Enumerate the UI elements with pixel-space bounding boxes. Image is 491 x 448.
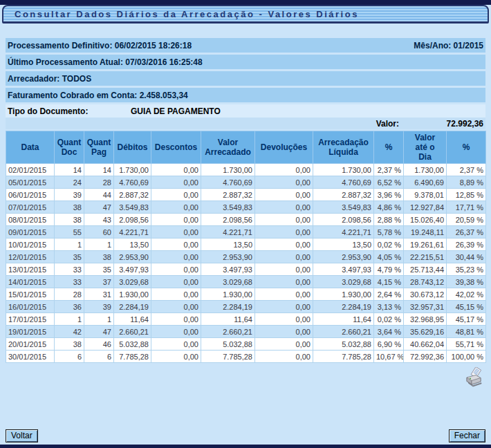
table-cell: 33 — [55, 263, 84, 276]
table-cell: 0,00 — [151, 288, 201, 301]
arrecadador-text: Arrecadador: TODOS — [8, 74, 91, 84]
table-cell: 3.029,68 — [114, 276, 151, 288]
table-cell: 20,59 % — [447, 214, 486, 226]
table-cell: 0,00 — [151, 301, 201, 313]
table-cell: 26,37 % — [447, 226, 486, 239]
table-cell: 37 — [84, 276, 114, 288]
table-cell: 43 — [84, 214, 114, 226]
printer-icon[interactable] — [462, 367, 484, 389]
table-cell: 0,00 — [151, 338, 201, 351]
table-cell: 1 — [55, 239, 84, 251]
table-cell: 5,78 % — [374, 226, 404, 239]
table-cell: 45,17 % — [447, 313, 486, 326]
table-cell: 13,50 — [201, 239, 255, 251]
table-cell: 12.927,84 — [404, 201, 447, 214]
table-cell: 4,86 % — [374, 201, 404, 214]
table-cell: 3.029,68 — [313, 276, 374, 288]
table-row: 14/01/201533373.029,680,003.029,680,003.… — [6, 276, 486, 288]
table-cell: 2.284,19 — [201, 301, 255, 313]
table-cell: 55 — [55, 226, 84, 239]
table-cell: 14 — [84, 164, 114, 176]
table-cell: 06/01/2015 — [6, 189, 55, 201]
column-header: Quant Pag — [84, 131, 114, 164]
table-row: 10/01/20151113,500,0013,500,0013,500,02 … — [6, 239, 486, 251]
column-header: Valor até o Dia — [404, 131, 447, 164]
table-cell: 22.215,51 — [404, 251, 447, 263]
table-cell: 05/01/2015 — [6, 176, 55, 189]
table-cell: 2,37 % — [374, 164, 404, 176]
table-cell: 19.261,61 — [404, 239, 447, 251]
faturamento-text: Faturamento Cobrado em Conta: 2.458.053,… — [8, 91, 188, 100]
tipo-documento-label: Tipo do Documento: — [8, 106, 131, 116]
table-cell: 11,64 — [201, 313, 255, 326]
table-cell: 3.549,83 — [201, 201, 255, 214]
table-cell: 07/01/2015 — [6, 201, 55, 214]
table-row: 05/01/201524284.760,690,004.760,690,004.… — [6, 176, 486, 189]
table-cell: 0,00 — [151, 251, 201, 263]
table-cell: 35 — [84, 263, 114, 276]
table-cell: 20/01/2015 — [6, 338, 55, 351]
table-cell: 7.785,28 — [201, 351, 255, 363]
column-header: Descontos — [151, 131, 201, 164]
tipo-documento-value: GUIA DE PAGAMENTO — [131, 106, 221, 116]
table-row: 09/01/201555604.221,710,004.221,710,004.… — [6, 226, 486, 239]
table-cell: 0,00 — [255, 263, 313, 276]
table-row: 16/01/201536392.284,190,002.284,190,002.… — [6, 301, 486, 313]
table-cell: 39 — [84, 301, 114, 313]
column-header: % — [374, 131, 404, 164]
table-cell: 2.660,21 — [313, 326, 374, 338]
table-cell: 4,15 % — [374, 276, 404, 288]
table-cell: 2,64 % — [374, 288, 404, 301]
table-cell: 2.284,19 — [313, 301, 374, 313]
table-cell: 4,05 % — [374, 251, 404, 263]
footer-button-bar: Voltar Fechar — [0, 429, 491, 442]
table-cell: 26,39 % — [447, 239, 486, 251]
table-cell: 2,88 % — [374, 214, 404, 226]
table-cell: 1 — [84, 239, 114, 251]
table-cell: 2.953,90 — [114, 251, 151, 263]
table-cell: 0,00 — [255, 239, 313, 251]
valor-value: 72.992,36 — [402, 119, 483, 129]
table-cell: 0,02 % — [374, 313, 404, 326]
voltar-button[interactable]: Voltar — [6, 429, 38, 442]
table-cell: 30,44 % — [447, 251, 486, 263]
table-cell: 38 — [55, 214, 84, 226]
table-cell: 36 — [55, 301, 84, 313]
table-cell: 31 — [84, 288, 114, 301]
fechar-button[interactable]: Fechar — [449, 429, 485, 442]
table-cell: 0,00 — [255, 313, 313, 326]
table-cell: 7.785,28 — [313, 351, 374, 363]
table-cell: 0,00 — [151, 313, 201, 326]
table-cell: 40.662,04 — [404, 338, 447, 351]
table-cell: 25.713,44 — [404, 263, 447, 276]
table-cell: 4.760,69 — [201, 176, 255, 189]
table-cell: 1.730,00 — [313, 164, 374, 176]
table-cell: 6,90 % — [374, 338, 404, 351]
table-cell: 0,00 — [255, 326, 313, 338]
table-row: 30/01/2015667.785,280,007.785,280,007.78… — [6, 351, 486, 363]
table-cell: 3,64 % — [374, 326, 404, 338]
table-cell: 35 — [55, 251, 84, 263]
table-cell: 6.490,69 — [404, 176, 447, 189]
table-row: 12/01/201535382.953,900,002.953,900,002.… — [6, 251, 486, 263]
table-cell: 24 — [55, 176, 84, 189]
table-cell: 32.968,95 — [404, 313, 447, 326]
table-cell: 42,02 % — [447, 288, 486, 301]
column-header: Devoluções — [255, 131, 313, 164]
table-cell: 0,00 — [151, 201, 201, 214]
table-row: 20/01/201538465.032,880,005.032,880,005.… — [6, 338, 486, 351]
content-area: Processamento Definitivo: 06/02/2015 18:… — [0, 38, 491, 389]
table-cell: 2.953,90 — [313, 251, 374, 263]
table-cell: 3.497,93 — [201, 263, 255, 276]
table-row: 13/01/201533353.497,930,003.497,930,003.… — [6, 263, 486, 276]
consulta-dados-diarios-page: Consultar Dados Diários da Arrecadação -… — [0, 0, 491, 448]
table-cell: 45,15 % — [447, 301, 486, 313]
valor-label: Valor: — [376, 119, 399, 129]
info-row-processamento-definitivo: Processamento Definitivo: 06/02/2015 18:… — [6, 38, 485, 53]
table-cell: 6 — [55, 351, 84, 363]
table-row: 08/01/201538432.098,560,002.098,560,002.… — [6, 214, 486, 226]
page-title: Consultar Dados Diários da Arrecadação -… — [3, 9, 359, 19]
table-cell: 12/01/2015 — [6, 251, 55, 263]
table-cell: 0,00 — [255, 164, 313, 176]
table-cell: 1 — [84, 313, 114, 326]
